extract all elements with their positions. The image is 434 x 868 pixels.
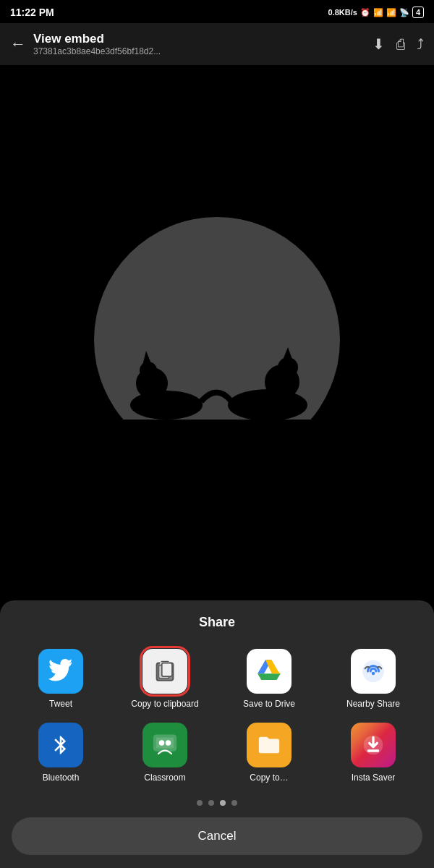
page-subtitle: 37381ac3b8ae4be3df56bf18d2... — [33, 46, 373, 56]
back-button[interactable]: ← — [10, 35, 26, 54]
share-item-save-drive[interactable]: Save to Drive — [220, 646, 318, 713]
status-right: 0.8KB/s ⏰ 📶 📶 📡 4 — [328, 7, 424, 18]
insta-saver-label: Insta Saver — [352, 773, 396, 784]
share-item-nearby[interactable]: Nearby Share — [324, 646, 422, 713]
share-grid: Tweet Copy to clipboard — [12, 646, 422, 787]
copyto-svg — [257, 733, 281, 757]
wifi-icon: 📡 — [399, 8, 409, 17]
cancel-button[interactable]: Cancel — [12, 817, 422, 855]
copy-clipboard-icon — [142, 649, 187, 694]
external-link-icon[interactable]: ⤴ — [417, 36, 424, 53]
nearby-share-icon — [351, 649, 396, 694]
pagination-dots — [12, 800, 422, 806]
download-icon[interactable]: ⬇ — [373, 35, 385, 53]
share-item-copy-to[interactable]: Copy to… — [220, 720, 318, 787]
clock-icon: ⏰ — [360, 8, 370, 17]
svg-rect-15 — [156, 738, 174, 749]
status-bar: 11:22 PM 0.8KB/s ⏰ 📶 📶 📡 4 — [0, 0, 434, 23]
share-item-tweet[interactable]: Tweet — [12, 646, 110, 713]
classroom-svg — [152, 732, 178, 758]
silhouette-decoration — [109, 318, 326, 420]
svg-marker-7 — [282, 347, 294, 363]
share-item-bluetooth[interactable]: Bluetooth — [12, 720, 110, 787]
bluetooth-icon — [38, 723, 83, 767]
share-item-classroom[interactable]: Classroom — [116, 720, 214, 787]
tweet-label: Tweet — [49, 699, 72, 710]
top-bar: ← View embed 37381ac3b8ae4be3df56bf18d2.… — [0, 23, 434, 65]
battery-icon: 4 — [412, 7, 424, 18]
share-item-insta-saver[interactable]: Insta Saver — [324, 720, 422, 787]
dot-2 — [208, 800, 214, 806]
twitter-bird-icon — [48, 659, 73, 684]
save-drive-label: Save to Drive — [243, 699, 295, 710]
share-sheet: Share Tweet — [0, 600, 434, 868]
share-title: Share — [12, 615, 422, 630]
insta-saver-svg — [362, 733, 385, 757]
page-title: View embed — [33, 32, 373, 46]
network-speed: 0.8KB/s — [328, 8, 357, 17]
svg-marker-3 — [142, 351, 152, 365]
svg-point-13 — [372, 672, 375, 676]
tweet-icon — [38, 649, 83, 694]
main-content — [0, 65, 434, 420]
copy-to-icon — [247, 723, 292, 767]
save-drive-icon — [247, 649, 292, 694]
copy-clipboard-label: Copy to clipboard — [131, 699, 198, 710]
nearby-share-label: Nearby Share — [346, 699, 400, 710]
dot-3 — [220, 800, 226, 806]
bluetooth-svg — [50, 734, 72, 756]
classroom-icon — [142, 723, 187, 767]
title-block: View embed 37381ac3b8ae4be3df56bf18d2... — [33, 32, 373, 56]
bluetooth-label: Bluetooth — [43, 773, 80, 784]
signal-icon: 📶 — [373, 8, 383, 17]
share-icon[interactable]: ⎙ — [396, 36, 405, 53]
status-time: 11:22 PM — [10, 7, 54, 18]
svg-rect-12 — [162, 663, 172, 676]
svg-point-17 — [166, 741, 171, 746]
copy-to-label: Copy to… — [250, 773, 288, 784]
dot-1 — [197, 800, 203, 806]
insta-saver-icon — [351, 723, 396, 767]
drive-svg — [255, 658, 283, 685]
svg-point-4 — [228, 389, 307, 420]
share-item-copy-clipboard[interactable]: Copy to clipboard — [116, 646, 214, 713]
dot-4 — [231, 800, 237, 806]
classroom-label: Classroom — [144, 773, 185, 784]
top-bar-actions: ⬇ ⎙ ⤴ — [373, 35, 424, 53]
signal-icon-2: 📶 — [386, 8, 396, 17]
clipboard-svg — [153, 659, 177, 684]
nearby-svg — [360, 658, 386, 684]
svg-point-16 — [159, 741, 165, 746]
